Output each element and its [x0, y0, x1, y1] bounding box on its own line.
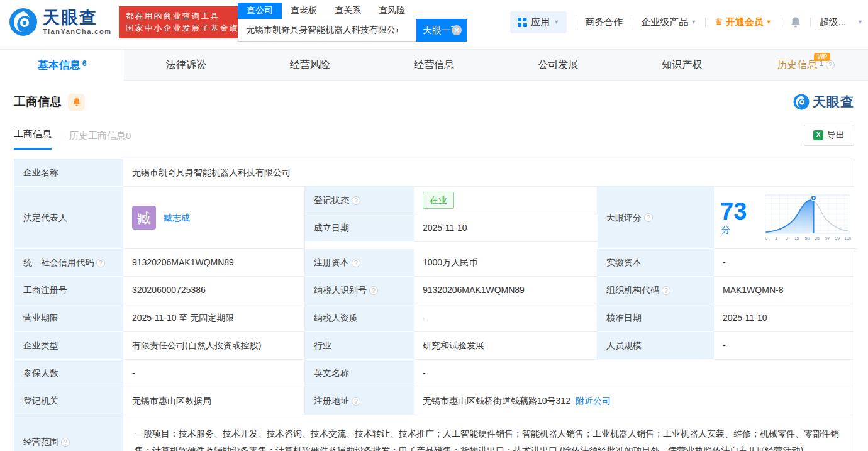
paid-capital-value: -: [714, 249, 854, 277]
tab-legal-litigation[interactable]: 法律诉讼: [124, 50, 248, 80]
table-row: 经营范围? 一般项目：技术服务、技术开发、技术咨询、技术交流、技术转让、技术推广…: [14, 415, 854, 451]
tab-history-info[interactable]: VIP 历史信息1 ?: [744, 50, 868, 80]
taxpayer-id-value: 91320206MAK1WQMN89: [414, 277, 598, 304]
taxpayer-quality-label: 纳税人资质: [305, 304, 414, 332]
company-name-value: 无锡市凯奇具身智能机器人科技有限公司: [123, 159, 854, 187]
excel-icon: X: [813, 130, 823, 140]
business-scope-value: 一般项目：技术服务、技术开发、技术咨询、技术交流、技术转让、技术推广；人工智能硬…: [135, 425, 842, 451]
brand-name: 天眼查: [43, 9, 111, 26]
bell-icon: [790, 16, 801, 28]
help-icon[interactable]: ?: [352, 196, 360, 205]
search-tabs: 查公司 查老板 查关系 查风险: [238, 3, 517, 19]
business-info-table: 企业名称 无锡市凯奇具身智能机器人科技有限公司 法定代表人 臧 臧志成 登记状态…: [14, 159, 854, 451]
legal-rep-name-link[interactable]: 臧志成: [164, 211, 190, 225]
industry-value: 研究和试验发展: [414, 332, 598, 360]
business-scope-label: 经营范围: [23, 435, 58, 448]
staff-size-value: -: [714, 332, 854, 360]
help-icon[interactable]: ?: [369, 286, 378, 295]
search-tab-relation[interactable]: 查关系: [326, 3, 370, 19]
score-distribution-chart[interactable]: 0 1 3 15 50 85 97 99 100: [763, 191, 851, 245]
table-row: 参保人数 - 英文名称 -: [14, 360, 854, 387]
tab-operation-info[interactable]: 经营信息: [372, 50, 496, 80]
credit-code-value: 91320206MAK1WQMN89: [123, 249, 305, 277]
tab-company-development[interactable]: 公司发展: [496, 50, 620, 80]
english-name-label: 英文名称: [305, 360, 414, 387]
insured-count-value: -: [123, 360, 305, 387]
help-icon[interactable]: ?: [644, 213, 653, 222]
reg-status-badge: 在业: [423, 192, 454, 209]
tab-operation-risk[interactable]: 经营风险: [248, 50, 372, 80]
crown-icon: ♛: [715, 16, 723, 28]
company-name-label: 企业名称: [14, 159, 123, 187]
score-label: 天眼评分: [606, 211, 642, 225]
score-axis-labels: 0 1 3 15 50 85 97 99 100: [765, 236, 851, 240]
business-term-value: 2025-11-10 至 无固定期限: [123, 304, 305, 332]
table-row: 营业期限 2025-11-10 至 无固定期限 纳税人资质 - 核准日期 202…: [14, 304, 854, 332]
search-tab-risk[interactable]: 查风险: [370, 3, 414, 19]
export-button[interactable]: X 导出: [804, 125, 854, 146]
watermark-logo: 天眼查: [793, 93, 854, 111]
help-icon[interactable]: ?: [826, 60, 835, 69]
reg-number-label: 工商注册号: [14, 277, 123, 304]
svg-text:0: 0: [765, 236, 767, 240]
tab-intellectual-property[interactable]: 知识产权: [620, 50, 744, 80]
table-row: 工商注册号 320206000725386 纳税人识别号? 91320206MA…: [14, 277, 854, 304]
paid-capital-label: 实缴资本: [598, 249, 714, 277]
search-input[interactable]: [238, 19, 416, 42]
subtab-history-business-info[interactable]: 历史工商信息0: [69, 130, 131, 150]
top-header: 天眼查 TianYanCha.com 都在用的商业查询工具 国家中小企业发展子基…: [0, 0, 868, 44]
tab-basic-info[interactable]: 基本信息6: [0, 50, 124, 81]
chevron-down-icon: ▼: [691, 19, 696, 25]
search-area: 查公司 查老板 查关系 查风险 天眼一下 ✕: [238, 3, 517, 42]
help-icon[interactable]: ?: [352, 259, 360, 267]
reg-authority-label: 登记机关: [14, 387, 123, 415]
staff-size-label: 人员规模: [598, 332, 714, 360]
nearby-companies-link[interactable]: 附近公司: [576, 394, 611, 408]
help-icon[interactable]: ?: [662, 286, 670, 295]
reg-capital-value: 1000万人民币: [414, 249, 598, 277]
notification-bell-button[interactable]: [790, 16, 801, 28]
svg-text:99: 99: [835, 236, 840, 240]
chevron-down-icon: ▼: [554, 19, 559, 25]
reg-address-label: 注册地址: [314, 394, 349, 408]
org-code-label: 组织机构代码: [606, 284, 659, 297]
search-tab-boss[interactable]: 查老板: [282, 3, 326, 19]
reg-address-value: 无锡市惠山区钱桥街道钱藕路10号312: [423, 394, 570, 408]
taxpayer-id-label: 纳税人识别号: [314, 284, 367, 297]
enterprise-product-menu[interactable]: 企业级产品 ▼: [641, 16, 696, 28]
subscribe-bell-button[interactable]: [68, 94, 85, 111]
table-row: 企业名称 无锡市凯奇具身智能机器人科技有限公司: [14, 159, 854, 187]
brand-domain: TianYanCha.com: [43, 28, 111, 35]
score-value: 73: [720, 198, 747, 225]
legal-rep-label: 法定代表人: [14, 187, 123, 249]
tianyancha-logo-icon: [793, 94, 810, 110]
business-cooperation-link[interactable]: 商务合作: [585, 16, 623, 28]
legal-rep-avatar[interactable]: 臧: [132, 206, 156, 230]
open-vip-button[interactable]: ♛ 开通会员 ▼: [715, 16, 771, 28]
help-icon[interactable]: ?: [61, 438, 70, 447]
chevron-down-icon: ▼: [766, 19, 772, 25]
reg-number-value: 320206000725386: [123, 277, 305, 304]
clear-search-icon[interactable]: ✕: [452, 25, 462, 35]
establish-date-value: 2025-11-10: [414, 214, 598, 242]
apps-menu-button[interactable]: 应用 ▼: [510, 11, 567, 33]
user-account-menu[interactable]: 超级... ▼: [820, 16, 863, 28]
help-icon[interactable]: ?: [96, 259, 105, 267]
svg-text:100: 100: [844, 236, 851, 240]
svg-text:1: 1: [775, 236, 777, 240]
company-type-value: 有限责任公司(自然人投资或控股): [123, 332, 305, 360]
table-row: 法定代表人 臧 臧志成 登记状态 ? 在业 成立日期 2025-11-10 天眼…: [14, 187, 854, 249]
tianyancha-logo-icon: [9, 8, 38, 36]
reg-capital-label: 注册资本: [314, 256, 349, 269]
taxpayer-quality-value: -: [414, 304, 598, 332]
insured-count-label: 参保人数: [14, 360, 123, 387]
section-title: 工商信息: [14, 94, 62, 110]
table-row: 企业类型 有限责任公司(自然人投资或控股) 行业 研究和试验发展 人员规模 -: [14, 332, 854, 360]
company-type-label: 企业类型: [14, 332, 123, 360]
search-tab-company[interactable]: 查公司: [238, 3, 282, 19]
help-icon[interactable]: ?: [352, 397, 360, 406]
header-nav: 应用 ▼ 商务合作 企业级产品 ▼ ♛ 开通会员 ▼ 超级... ▼: [510, 0, 863, 44]
subtab-business-info[interactable]: 工商信息: [14, 128, 52, 150]
tianyancha-logo[interactable]: 天眼查 TianYanCha.com: [9, 8, 111, 36]
credit-code-label: 统一社会信用代码: [23, 256, 94, 269]
